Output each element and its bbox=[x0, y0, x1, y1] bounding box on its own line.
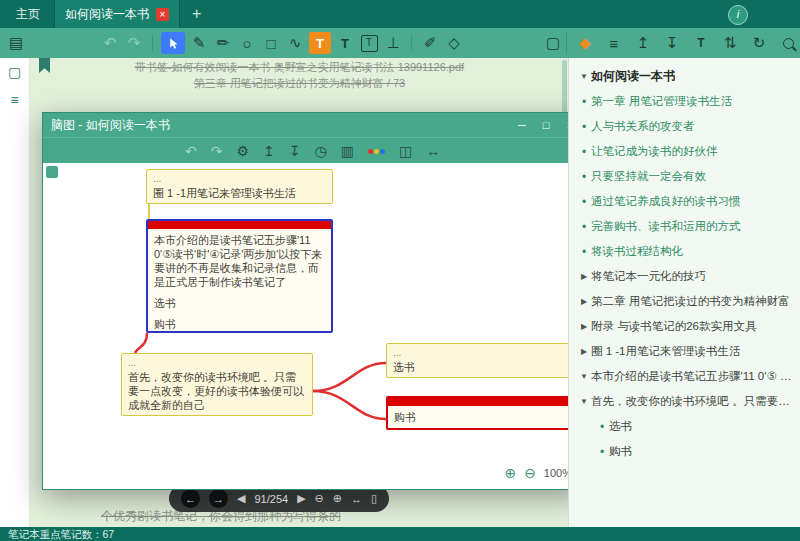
outline-item[interactable]: ▶ 第二章 用笔记把读过的书变为精神财富 bbox=[569, 289, 800, 314]
outline-label: 本市介绍的是读书笔记五步骤'11 0'⑤ 读... bbox=[591, 369, 800, 384]
toolbar-divider bbox=[152, 35, 153, 51]
presentation-button[interactable]: ◫ bbox=[399, 143, 412, 159]
text-filter-button[interactable]: T bbox=[691, 32, 711, 54]
mindmap-node[interactable]: ... 圈 1 -1用笔记来管理读书生活 bbox=[146, 169, 333, 204]
node-collapsed-indicator[interactable]: ... bbox=[128, 357, 306, 368]
outline-label: 让笔记成为读书的好伙伴 bbox=[591, 144, 718, 159]
page-panel-button[interactable]: ▢ bbox=[543, 32, 563, 54]
outline-item[interactable]: • 人与书关系的攻变者 bbox=[569, 114, 800, 139]
node-collapsed-indicator[interactable]: ... bbox=[153, 173, 326, 184]
refresh-button[interactable]: ↻ bbox=[749, 32, 769, 54]
undo-button[interactable]: ↶ bbox=[100, 32, 120, 54]
outline-item[interactable]: ▼ 首先，改变你的读书环境吧 。只需要一点... bbox=[569, 389, 800, 414]
redo-button[interactable]: ↷ bbox=[124, 32, 144, 54]
tab-home[interactable]: 主页 bbox=[0, 6, 54, 23]
bullet-icon: • bbox=[577, 170, 591, 184]
info-button[interactable]: i bbox=[728, 5, 748, 25]
text-highlight-tool[interactable]: T bbox=[309, 32, 331, 54]
layout-button[interactable]: ▥ bbox=[341, 143, 354, 159]
history-back-button[interactable]: ← bbox=[181, 489, 200, 508]
select-tool[interactable] bbox=[161, 32, 185, 54]
fit-width-button[interactable]: ↔ bbox=[426, 143, 440, 159]
outline-item[interactable]: ▶ 附录 与读书笔记的26款实用文具 bbox=[569, 314, 800, 339]
node-collapsed-indicator[interactable]: ... bbox=[393, 347, 572, 358]
outline-item[interactable]: • 只要坚持就一定会有效 bbox=[569, 164, 800, 189]
outline-item[interactable]: ▶ 将笔记本一元化的技巧 bbox=[569, 264, 800, 289]
outline-panel-button[interactable]: ▢ bbox=[8, 64, 21, 80]
mindmap-node-selected[interactable]: 本市介绍的是读书笔记五步骤'11 0'⑤读书'时'④记录'两步加'以按下来要讲的… bbox=[146, 219, 333, 333]
search-button[interactable] bbox=[778, 32, 798, 54]
page-indicator[interactable]: 91/254 bbox=[254, 493, 288, 505]
mindmap-toolbar: ↶ ↷ ⚙ ↥ ↧ ◷ ▥ ◫ ↔ bbox=[43, 137, 584, 164]
expand-arrow-icon[interactable]: ▶ bbox=[577, 297, 591, 306]
pen-tool[interactable]: ✎ bbox=[189, 32, 209, 54]
textbox-tool[interactable]: T bbox=[359, 32, 379, 54]
outline-item[interactable]: ▼ 本市介绍的是读书笔记五步骤'11 0'⑤ 读... bbox=[569, 364, 800, 389]
collapse-arrow-icon[interactable]: ▼ bbox=[577, 72, 591, 81]
outline-item[interactable]: • 选书 bbox=[569, 414, 800, 439]
expand-arrow-icon[interactable]: ▶ bbox=[577, 347, 591, 356]
export-button[interactable]: ↥ bbox=[263, 143, 275, 159]
sort-button[interactable]: ⇅ bbox=[720, 32, 740, 54]
text-tool[interactable]: T bbox=[335, 32, 355, 54]
ink-tool[interactable]: ✐ bbox=[420, 32, 440, 54]
outline-item-root[interactable]: ▼ 如何阅读一本书 bbox=[569, 64, 800, 89]
toolbar-divider bbox=[411, 35, 412, 51]
textbox-icon: T bbox=[361, 35, 378, 52]
maximize-button[interactable]: □ bbox=[536, 116, 556, 134]
node-child-item: 选书 bbox=[154, 296, 325, 310]
notes-filter-icon[interactable]: ◆ bbox=[575, 32, 595, 54]
mindmap-node[interactable]: 购书 bbox=[386, 396, 579, 430]
palette-button[interactable] bbox=[368, 149, 385, 154]
import-button[interactable]: ↧ bbox=[289, 143, 301, 159]
history-forward-button[interactable]: → bbox=[209, 489, 228, 508]
fit-width-button[interactable]: ↔ bbox=[351, 493, 362, 505]
next-page-button[interactable]: ▶ bbox=[297, 492, 305, 505]
prev-page-button[interactable]: ◀ bbox=[237, 492, 245, 505]
outline-item[interactable]: ▶ 圈 1 -1用笔记来管理读书生活 bbox=[569, 339, 800, 364]
zoom-in-button[interactable]: ⊕ bbox=[333, 492, 342, 505]
outline-item[interactable]: • 通过笔记养成良好的读书习惯 bbox=[569, 189, 800, 214]
collapse-arrow-icon[interactable]: ▼ bbox=[577, 372, 591, 381]
settings-gear-icon[interactable]: ⚙ bbox=[236, 143, 249, 159]
outline-item[interactable]: • 购书 bbox=[569, 439, 800, 464]
ellipse-tool[interactable]: ○ bbox=[237, 32, 257, 54]
mindmap-zoom-out-button[interactable]: ⊖ bbox=[524, 465, 536, 481]
expand-arrow-icon[interactable]: ▶ bbox=[577, 272, 591, 281]
outline-item[interactable]: • 第一章 用笔记管理读书生活 bbox=[569, 89, 800, 114]
history-button[interactable]: ◷ bbox=[315, 143, 327, 159]
wave-line-tool[interactable]: ∿ bbox=[285, 32, 305, 54]
expand-all-button[interactable]: ↥ bbox=[633, 32, 653, 54]
highlighter-tool[interactable]: ✏ bbox=[213, 32, 233, 54]
mindmap-zoom-in-button[interactable]: ⊕ bbox=[504, 465, 516, 481]
collapse-all-button[interactable]: ↧ bbox=[662, 32, 682, 54]
mindmap-titlebar[interactable]: 脑图 - 如何阅读一本书 ─ □ × bbox=[43, 113, 584, 137]
menu-button[interactable]: ≡ bbox=[10, 92, 18, 108]
list-icon[interactable]: ≡ bbox=[604, 32, 624, 54]
expand-arrow-icon[interactable]: ▶ bbox=[577, 322, 591, 331]
pdf-filename-header: 带书签-如何有效阅读一本书 奥野宣之实用笔记读书法 13991126.pdf bbox=[31, 60, 568, 75]
outline-item[interactable]: • 让笔记成为读书的好伙伴 bbox=[569, 139, 800, 164]
notebook-panel-icon[interactable]: ▤ bbox=[6, 32, 26, 54]
new-tab-button[interactable]: + bbox=[192, 5, 201, 23]
collapse-arrow-icon[interactable]: ▼ bbox=[577, 397, 591, 406]
rectangle-tool[interactable]: □ bbox=[261, 32, 281, 54]
zoom-out-button[interactable]: ⊖ bbox=[315, 492, 324, 505]
mindmap-redo-button[interactable]: ↷ bbox=[211, 143, 223, 159]
tab-close-button[interactable]: × bbox=[156, 8, 169, 21]
mindmap-canvas[interactable]: ... 圈 1 -1用笔记来管理读书生活 本市介绍的是读书笔记五步骤'11 0'… bbox=[43, 163, 584, 489]
mindmap-node[interactable]: ... 首先，改变你的读书环境吧 。只需要一点改变，更好的读书体验便可以成就全新… bbox=[121, 353, 313, 416]
eraser-tool[interactable]: ◇ bbox=[444, 32, 464, 54]
toolbar-section-divider bbox=[566, 32, 567, 54]
mindmap-undo-button[interactable]: ↶ bbox=[185, 143, 197, 159]
cursor-icon bbox=[167, 37, 180, 50]
minimize-button[interactable]: ─ bbox=[512, 116, 532, 134]
outline-item[interactable]: • 将读书过程结构化 bbox=[569, 239, 800, 264]
outline-item[interactable]: • 完善购书、读书和运用的方式 bbox=[569, 214, 800, 239]
pdf-chapter-header: 第三章 用笔记把读过的书变为精神财富 / 73 bbox=[31, 76, 568, 91]
tab-document[interactable]: 如何阅读一本书 × bbox=[54, 0, 180, 28]
underline-tool[interactable]: ⊥ bbox=[383, 32, 403, 54]
mindmap-node[interactable]: ... 选书 bbox=[386, 343, 579, 378]
fit-page-button[interactable]: ▯ bbox=[371, 492, 377, 505]
node-color-bar bbox=[148, 221, 331, 229]
